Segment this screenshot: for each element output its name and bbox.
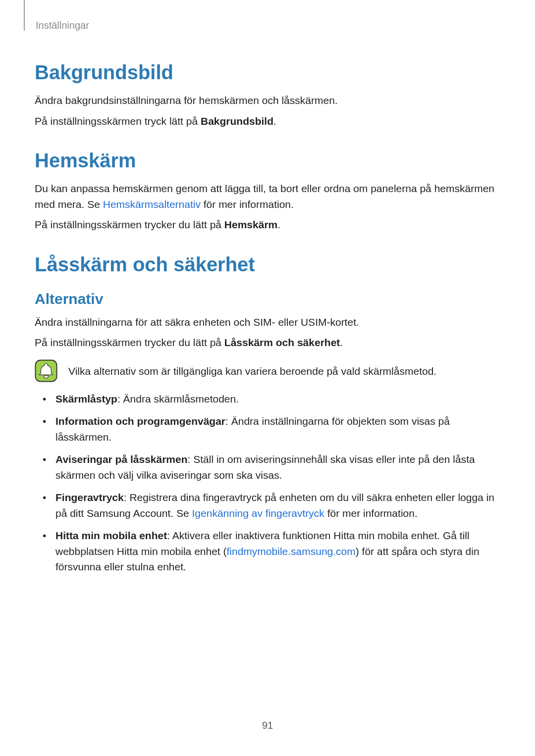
option-label: Information och programgenvägar	[55, 415, 225, 427]
paragraph: På inställningsskärmen trycker du lätt p…	[35, 335, 500, 351]
list-item: Skärmlåstyp: Ändra skärmlåsmetoden.	[49, 391, 500, 407]
heading-hemskarm: Hemskärm	[35, 150, 500, 172]
header-rule	[24, 0, 25, 31]
text: .	[340, 337, 343, 348]
paragraph: Ändra bakgrundsinställningarna för hemsk…	[35, 93, 500, 108]
option-label: Hitta min mobila enhet	[55, 530, 167, 541]
link-hemskarmsalternativ[interactable]: Hemskärmsalternativ	[103, 199, 201, 210]
paragraph: På inställningsskärmen trycker du lätt p…	[35, 217, 500, 233]
text: .	[273, 115, 276, 127]
page-content: Bakgrundsbild Ändra bakgrundsinställning…	[35, 61, 500, 575]
paragraph: På inställningsskärmen tryck lätt på Bak…	[35, 113, 500, 129]
list-item: Hitta min mobila enhet: Aktivera eller i…	[49, 528, 500, 575]
breadcrumb: Inställningar	[36, 20, 89, 31]
list-item: Fingeravtryck: Registrera dina fingeravt…	[49, 490, 500, 521]
text: På inställningsskärmen trycker du lätt p…	[35, 219, 224, 230]
option-text: för mer information.	[324, 507, 418, 519]
note-block: Vilka alternativ som är tillgängliga kan…	[35, 359, 500, 382]
text: På inställningsskärmen tryck lätt på	[35, 115, 201, 127]
link-fingeravtryck[interactable]: Igenkänning av fingeravtryck	[192, 507, 324, 519]
text: för mer information.	[201, 199, 294, 210]
options-list: Skärmlåstyp: Ändra skärmlåsmetoden. Info…	[35, 391, 500, 575]
list-item: Aviseringar på låsskärmen: Ställ in om a…	[49, 452, 500, 483]
document-page: Inställningar Bakgrundsbild Ändra bakgru…	[0, 0, 535, 756]
bold-term: Låsskärm och säkerhet	[224, 337, 340, 348]
bold-term: Bakgrundsbild	[201, 115, 273, 127]
option-text: : Ändra skärmlåsmetoden.	[117, 393, 239, 404]
option-label: Fingeravtryck	[55, 492, 124, 503]
note-text: Vilka alternativ som är tillgängliga kan…	[68, 359, 436, 379]
heading-bakgrundsbild: Bakgrundsbild	[35, 61, 500, 84]
page-number: 91	[0, 720, 535, 731]
paragraph: Du kan anpassa hemskärmen genom att lägg…	[35, 181, 500, 212]
option-label: Aviseringar på låsskärmen	[55, 454, 188, 465]
paragraph: Ändra inställningarna för att säkra enhe…	[35, 314, 500, 330]
bold-term: Hemskärm	[224, 219, 277, 230]
bell-icon	[35, 359, 57, 382]
text: På inställningsskärmen trycker du lätt p…	[35, 337, 224, 348]
text: .	[277, 219, 280, 230]
list-item: Information och programgenvägar: Ändra i…	[49, 413, 500, 445]
link-findmymobile[interactable]: findmymobile.samsung.com	[227, 546, 356, 557]
heading-lasskarm: Låsskärm och säkerhet	[35, 253, 500, 276]
option-label: Skärmlåstyp	[55, 393, 117, 404]
subheading-alternativ: Alternativ	[35, 291, 500, 307]
